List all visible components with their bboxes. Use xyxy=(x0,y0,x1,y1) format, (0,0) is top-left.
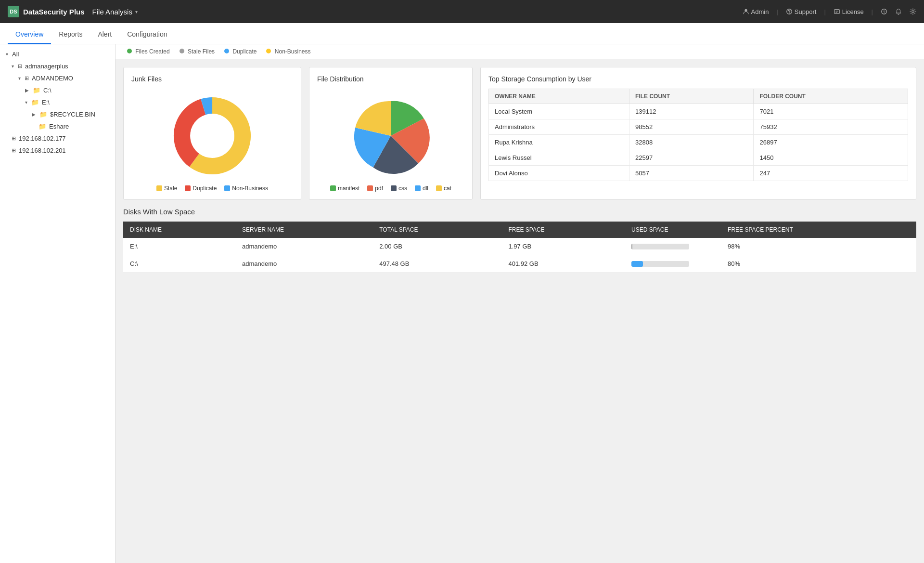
table-row: Lewis Russel 22597 1450 xyxy=(489,150,908,166)
disk-col-used: USED SPACE xyxy=(625,222,721,238)
folder-icon-recycle: 📁 xyxy=(39,111,47,118)
legend-duplicate: Duplicate xyxy=(224,48,257,55)
file-dist-legend: manifest pdf css dll xyxy=(330,185,451,192)
admin-link[interactable]: Admin xyxy=(743,8,769,15)
free-pct: 98% xyxy=(721,238,916,255)
folder-count: 75932 xyxy=(754,119,908,135)
server-icon-ip1: ⊞ xyxy=(12,135,16,142)
free-space: 1.97 GB xyxy=(501,238,625,255)
content-area: Files Created Stale Files Duplicate Non-… xyxy=(116,44,924,563)
caret-recycle: ▶ xyxy=(32,112,36,117)
svg-point-0 xyxy=(744,9,747,12)
disk-col-pct: FREE SPACE PERCENT xyxy=(721,222,916,238)
sidebar-item-recycle[interactable]: ▶ 📁 $RECYCLE.BIN xyxy=(0,108,115,120)
junk-donut-svg xyxy=(169,92,256,179)
owner-name: Local System xyxy=(489,104,629,119)
storage-consumption-card: Top Storage Consumption by User OWNER NA… xyxy=(480,67,916,200)
sidebar-item-admanagerplus[interactable]: ▾ ⊞ admanagerplus xyxy=(0,60,115,72)
file-count: 5057 xyxy=(629,166,754,181)
sidebar-item-eshare[interactable]: 📁 Eshare xyxy=(0,120,115,132)
folder-count: 1450 xyxy=(754,150,908,166)
disk-col-free: FREE SPACE xyxy=(501,222,625,238)
legend-duplicate: Duplicate xyxy=(185,185,217,192)
sidebar-item-c-drive[interactable]: ▶ 📁 C:\ xyxy=(0,84,115,96)
bell-icon[interactable] xyxy=(895,8,902,15)
legend-dot-stale xyxy=(180,49,184,53)
license-link[interactable]: License xyxy=(834,8,864,15)
owner-name: Dovi Alonso xyxy=(489,166,629,181)
low-space-section: Disks With Low Space DISK NAME SERVER NA… xyxy=(116,200,924,280)
svg-point-12 xyxy=(191,114,234,157)
table-row: Rupa Krishna 32808 26897 xyxy=(489,135,908,150)
tab-configuration[interactable]: Configuration xyxy=(119,26,175,44)
settings-icon[interactable] xyxy=(910,8,916,15)
junk-files-legend: Stale Duplicate Non-Business xyxy=(156,185,268,192)
legend-nonbusiness: Non-Business xyxy=(224,185,268,192)
col-file-count: FILE COUNT xyxy=(629,89,754,104)
folder-count: 247 xyxy=(754,166,908,181)
sidebar-item-admandemo[interactable]: ▾ ⊞ ADMANDEMO xyxy=(0,72,115,84)
total-space: 2.00 GB xyxy=(372,238,501,255)
owner-name: Administrators xyxy=(489,119,629,135)
caret-c-drive: ▶ xyxy=(25,88,29,93)
legend-dot-nonbusiness xyxy=(266,49,271,53)
col-owner: OWNER NAME xyxy=(489,89,629,104)
folder-count: 26897 xyxy=(754,135,908,150)
sidebar-item-ip1[interactable]: ⊞ 192.168.102.177 xyxy=(0,132,115,144)
file-count: 139112 xyxy=(629,104,754,119)
server-icon-admanagerplus: ⊞ xyxy=(18,63,22,69)
disk-table-row: E:\ admandemo 2.00 GB 1.97 GB 98% xyxy=(123,238,916,255)
progress-bar-fill xyxy=(631,244,632,249)
free-space: 401.92 GB xyxy=(501,255,625,273)
sidebar-item-ip2[interactable]: ⊞ 192.168.102.201 xyxy=(0,144,115,157)
low-space-title: Disks With Low Space xyxy=(123,208,916,216)
legend-dot-created xyxy=(127,49,132,53)
disk-name: E:\ xyxy=(123,238,235,255)
module-name[interactable]: File Analysis ▾ xyxy=(92,8,138,16)
legend-dll: dll xyxy=(415,185,428,192)
caret-admandemo: ▾ xyxy=(18,76,21,81)
storage-table: OWNER NAME FILE COUNT FOLDER COUNT Local… xyxy=(488,89,908,181)
disk-col-total: TOTAL SPACE xyxy=(372,222,501,238)
svg-point-8 xyxy=(912,11,914,13)
tab-reports[interactable]: Reports xyxy=(51,26,90,44)
server-name: admandemo xyxy=(235,238,372,255)
legend-pdf: pdf xyxy=(367,185,383,192)
file-distribution-card: File Distribution xyxy=(309,67,473,200)
legend-files-created: Files Created xyxy=(127,48,170,55)
table-row: Dovi Alonso 5057 247 xyxy=(489,166,908,181)
sidebar: ▾ All ▾ ⊞ admanagerplus ▾ ⊞ ADMANDEMO ▶ … xyxy=(0,44,116,563)
tab-overview[interactable]: Overview xyxy=(8,26,51,44)
svg-text:?: ? xyxy=(883,10,886,14)
file-dist-title: File Distribution xyxy=(317,75,464,83)
caret-all: ▾ xyxy=(6,52,8,57)
server-name: admandemo xyxy=(235,255,372,273)
total-space: 497.48 GB xyxy=(372,255,501,273)
folder-icon-e: 📁 xyxy=(31,99,39,106)
disk-col-server: SERVER NAME xyxy=(235,222,372,238)
svg-point-2 xyxy=(789,13,789,13)
main-layout: ▾ All ▾ ⊞ admanagerplus ▾ ⊞ ADMANDEMO ▶ … xyxy=(0,44,924,563)
tab-alert[interactable]: Alert xyxy=(90,26,119,44)
caret-admanagerplus: ▾ xyxy=(12,64,14,69)
app-logo: DS DataSecurity Plus xyxy=(8,6,85,17)
progress-bar-wrap xyxy=(631,244,689,249)
file-dist-svg xyxy=(347,92,434,179)
folder-icon-eshare: 📁 xyxy=(38,123,46,130)
sidebar-item-e-drive[interactable]: ▾ 📁 E:\ xyxy=(0,96,115,108)
legend-cat: cat xyxy=(436,185,451,192)
folder-count: 7021 xyxy=(754,104,908,119)
legend-dot-duplicate xyxy=(224,49,229,53)
free-pct: 80% xyxy=(721,255,916,273)
used-space-bar xyxy=(625,255,721,273)
sidebar-item-all[interactable]: ▾ All xyxy=(0,48,115,60)
help-icon[interactable]: ? xyxy=(881,8,887,15)
support-link[interactable]: Support xyxy=(786,8,817,15)
top-bar: DS DataSecurity Plus File Analysis ▾ Adm… xyxy=(0,0,924,23)
owner-name: Rupa Krishna xyxy=(489,135,629,150)
file-count: 98552 xyxy=(629,119,754,135)
legend-nonbusiness: Non-Business xyxy=(266,48,310,55)
legend-bar: Files Created Stale Files Duplicate Non-… xyxy=(116,44,924,59)
table-row: Local System 139112 7021 xyxy=(489,104,908,119)
caret-e-drive: ▾ xyxy=(25,100,27,105)
